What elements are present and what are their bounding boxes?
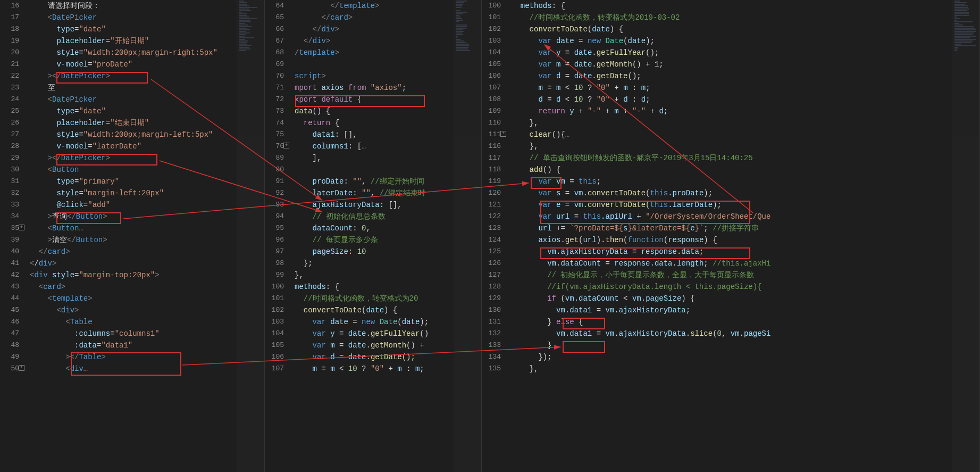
code-line[interactable]: 请选择时间段： — [30, 0, 264, 12]
code-1[interactable]: 请选择时间段： <DatePicker type="date" placehol… — [26, 0, 264, 375]
line-number: 125 — [482, 246, 501, 258]
code-line[interactable]: var d = date.getDate(); — [512, 70, 979, 82]
code-line[interactable]: clear(){… — [512, 129, 979, 140]
line-number: 133 — [482, 339, 501, 351]
code-line[interactable]: } — [512, 339, 979, 351]
code-line[interactable]: var m = date.getMonth() + 1; — [512, 59, 979, 70]
code-line[interactable]: style="width:200px;margin-left:5px" — [30, 129, 264, 140]
code-2[interactable]: </template> </card> </div> </div>/templa… — [290, 0, 481, 375]
line-number: 44 — [0, 293, 19, 304]
code-line[interactable]: type="date" — [30, 23, 264, 35]
code-line[interactable]: var e = vm.convertToDate(this.laterDate)… — [512, 199, 979, 211]
code-line[interactable]: m = m < 10 ? "0" + m : m; — [512, 82, 979, 94]
code-line[interactable]: } else { — [512, 316, 979, 328]
code-line[interactable]: }, — [512, 363, 979, 375]
code-line[interactable]: type="date" — [30, 105, 264, 117]
fold-icon[interactable]: + — [283, 143, 289, 148]
code-line[interactable]: >查询</Button> — [30, 211, 264, 222]
code-line[interactable]: var url = this.apiUrl + "/OrderSystem/Or… — [512, 211, 979, 222]
code-line[interactable]: var date = new Date(date); — [512, 35, 979, 47]
line-number: 105 — [482, 59, 501, 70]
code-line[interactable]: convertToDate(date) { — [512, 23, 979, 35]
code-line[interactable]: //if(vm.ajaxHistoryData.length < this.pa… — [512, 281, 979, 293]
line-number: 103 — [482, 35, 501, 47]
code-line[interactable]: :columns="columns1" — [30, 328, 264, 339]
code-line[interactable]: <div> — [30, 304, 264, 316]
line-number: 17 — [0, 12, 19, 23]
line-number: 107 — [482, 82, 501, 94]
code-line[interactable]: vm.ajaxHistoryData = response.data; — [512, 246, 979, 258]
code-line[interactable]: // 初始化显示，小于每页显示条数，全显，大于每页显示条数 — [512, 269, 979, 281]
line-number: 65 — [265, 12, 284, 23]
code-line[interactable]: var y = date.getFullYear(); — [512, 47, 979, 59]
code-line[interactable]: <Button… — [30, 222, 264, 234]
editor-pane-2[interactable]: 64656667686970717273747576+8990919293949… — [265, 0, 482, 472]
code-line[interactable]: return y + "-" + m + "-" + d; — [512, 105, 979, 117]
code-line[interactable]: // 单击查询按钮时触发的函数-郝京平-2019年3月15日14:40:25 — [512, 152, 979, 164]
editor-pane-1[interactable]: 1617181920212223242526272829303132333435… — [0, 0, 265, 472]
code-line[interactable]: v-model="laterDate" — [30, 140, 264, 152]
code-line[interactable]: >清空</Button> — [30, 234, 264, 246]
code-line[interactable]: vm.data1 = vm.ajaxHistoryData.slice(0, v… — [512, 328, 979, 339]
code-3[interactable]: methods: { //时间格式化函数，转变格式为2019-03-02 con… — [507, 0, 979, 375]
fold-icon[interactable]: + — [500, 131, 506, 137]
line-number: 117 — [482, 152, 501, 164]
code-line[interactable]: d = d < 10 ? "0" + d : d; — [512, 94, 979, 105]
code-line[interactable]: }, — [512, 117, 979, 129]
line-number: 75 — [265, 129, 284, 140]
minimap-1[interactable] — [237, 0, 264, 472]
code-line[interactable]: var s = vm.convertToDate(this.proDate); — [512, 187, 979, 199]
line-number: 21 — [0, 59, 19, 70]
code-line[interactable]: }, — [512, 140, 979, 152]
code-line[interactable]: style="margin-left:20px" — [30, 187, 264, 199]
line-number: 93 — [265, 199, 284, 211]
code-line[interactable]: style="width:200px;margin-right:5px" — [30, 47, 264, 59]
code-line[interactable]: if (vm.dataCount < vm.pageSize) { — [512, 293, 979, 304]
fold-icon[interactable]: + — [19, 365, 24, 371]
code-line[interactable]: placeholder="开始日期" — [30, 35, 264, 47]
line-number: 121 — [482, 199, 501, 211]
line-number: 110 — [482, 117, 501, 129]
code-line[interactable]: @click="add" — [30, 199, 264, 211]
line-number: 130 — [482, 304, 501, 316]
line-number: 16 — [0, 0, 19, 12]
code-line[interactable]: url += `?proDate=${s}&laterDate=${e}`; /… — [512, 222, 979, 234]
code-line[interactable]: ></DatePicker> — [30, 70, 264, 82]
code-line[interactable]: :data="data1" — [30, 339, 264, 351]
code-line[interactable]: <div style="margin-top:20px"> — [30, 269, 264, 281]
code-line[interactable]: var vm = this; — [512, 176, 979, 187]
code-line[interactable]: //时间格式化函数，转变格式为2019-03-02 — [512, 12, 979, 23]
code-line[interactable]: vm.data1 = vm.ajaxHistoryData; — [512, 304, 979, 316]
code-line[interactable]: add() { — [512, 164, 979, 176]
line-number: 47 — [0, 328, 19, 339]
line-number: 104 — [265, 328, 284, 339]
line-number: 100 — [482, 0, 501, 12]
code-line[interactable]: 至 — [30, 82, 264, 94]
fold-icon[interactable]: + — [19, 225, 24, 230]
code-line[interactable]: <Table — [30, 316, 264, 328]
code-line[interactable]: vm.dataCount = response.data.length; //t… — [512, 258, 979, 269]
minimap-3[interactable] — [952, 0, 979, 472]
code-line[interactable]: ></DatePicker> — [30, 152, 264, 164]
code-line[interactable]: type="primary" — [30, 176, 264, 187]
code-line[interactable]: <template> — [30, 293, 264, 304]
line-number: 92 — [265, 187, 284, 199]
code-line[interactable]: <Button — [30, 164, 264, 176]
code-line[interactable]: <DatePicker — [30, 12, 264, 23]
code-line[interactable]: methods: { — [512, 0, 979, 12]
code-line[interactable]: axios.get(url).then(function(response) { — [512, 234, 979, 246]
minimap-2[interactable] — [454, 0, 481, 472]
code-line[interactable]: ></Table> — [30, 351, 264, 363]
code-line[interactable]: placeholder="结束日期" — [30, 117, 264, 129]
code-line[interactable]: <div… — [30, 363, 264, 375]
line-number: 67 — [265, 35, 284, 47]
code-line[interactable]: }); — [512, 351, 979, 363]
code-line[interactable]: v-model="proDate" — [30, 59, 264, 70]
code-line[interactable]: </card> — [30, 246, 264, 258]
code-line[interactable]: </div> — [30, 258, 264, 269]
editor-pane-3[interactable]: 100101102103104105106107108109110111+116… — [482, 0, 980, 472]
line-number: 48 — [0, 339, 19, 351]
line-number: 66 — [265, 23, 284, 35]
code-line[interactable]: <DatePicker — [30, 94, 264, 105]
code-line[interactable]: <card> — [30, 281, 264, 293]
